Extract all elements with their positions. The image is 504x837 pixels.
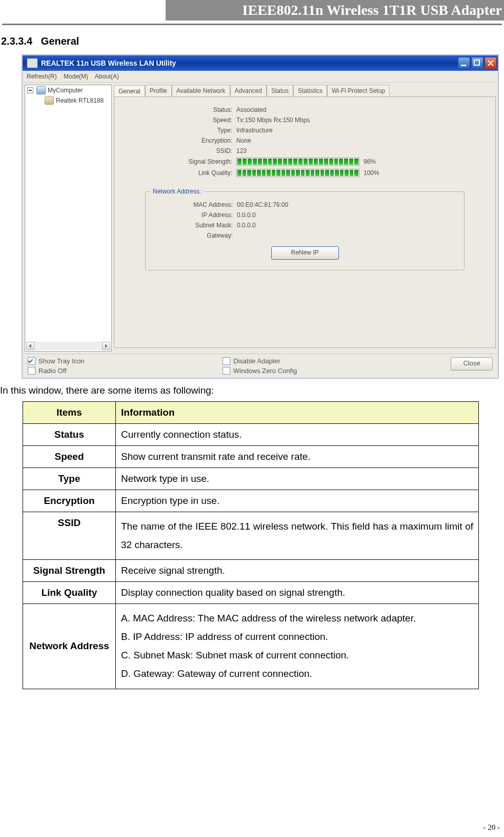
adapter-icon — [45, 96, 54, 105]
chk-show-tray[interactable]: Show Tray Icon — [28, 357, 223, 365]
table-row: SpeedShow current transmit rate and rece… — [23, 446, 479, 468]
value-link-pct: 100% — [364, 169, 379, 177]
info-cell: Receive signal strength. — [116, 560, 479, 582]
tab-statistics[interactable]: Statistics — [293, 85, 327, 96]
item-cell: Signal Strength — [23, 560, 116, 582]
value-ssid: 123 — [236, 147, 247, 154]
tree-root-label: MyComputer — [48, 87, 83, 94]
item-cell: Network Address — [23, 604, 116, 689]
na-line-a: A. MAC Address: The MAC address of the w… — [121, 609, 473, 628]
table-row: Signal StrengthReceive signal strength. — [23, 560, 479, 582]
tab-available-network[interactable]: Available Network — [172, 85, 230, 96]
label-ssid: SSID: — [171, 147, 236, 154]
table-header-row: Items Information — [23, 402, 479, 424]
table-caption: In this window, there are some items as … — [0, 385, 504, 396]
header-rule — [2, 24, 502, 25]
checkbox-icon[interactable] — [223, 357, 230, 365]
info-cell: The name of the IEEE 802.11 wireless net… — [116, 512, 479, 560]
table-row: SSIDThe name of the IEEE 802.11 wireless… — [23, 512, 479, 560]
label-encryption: Encryption: — [171, 137, 236, 144]
app-window: REALTEK 11n USB Wireless LAN Utility Ref… — [22, 54, 499, 379]
scroll-left-icon[interactable] — [26, 342, 34, 350]
value-type: Infrastructure — [236, 127, 273, 134]
maximize-button[interactable] — [471, 57, 483, 69]
tab-advanced[interactable]: Advanced — [230, 85, 267, 96]
close-button[interactable]: Close — [451, 357, 493, 371]
menu-mode[interactable]: Mode(M) — [64, 73, 88, 80]
expander-icon[interactable] — [27, 87, 33, 93]
value-status: Associated — [236, 106, 267, 113]
network-address-group: Network Address: MAC Address:00:E0:4C:81… — [145, 191, 465, 270]
label-mac: MAC Address: — [176, 201, 237, 208]
device-tree[interactable]: MyComputer Realtek RTL8188 — [25, 85, 112, 352]
tab-wifi-protect[interactable]: Wi-Fi Protect Setup — [327, 85, 390, 96]
section-title: General — [41, 35, 79, 47]
checkbox-icon[interactable] — [28, 357, 35, 365]
table-row: Network Address A. MAC Address: The MAC … — [23, 604, 479, 689]
chk-disable-adapter[interactable]: Disable Adapter — [223, 357, 417, 365]
label-signal: Signal Strength: — [171, 158, 236, 165]
tree-adapter[interactable]: Realtek RTL8188 — [25, 95, 111, 106]
tree-root[interactable]: MyComputer — [25, 85, 111, 95]
link-progress — [236, 169, 359, 177]
th-items: Items — [23, 402, 116, 424]
groupbox-title: Network Address: — [151, 188, 203, 195]
titlebar[interactable]: REALTEK 11n USB Wireless LAN Utility — [23, 55, 498, 71]
minimize-button[interactable] — [458, 57, 470, 69]
section-heading: 2.3.3.4 General — [1, 35, 504, 47]
value-ip: 0.0.0.0 — [237, 211, 256, 219]
chk-radio-off[interactable]: Radio Off — [28, 367, 223, 375]
scroll-right-icon[interactable] — [102, 342, 110, 350]
tree-h-scrollbar[interactable] — [26, 342, 110, 350]
tab-strip: General Profile Available Network Advanc… — [114, 85, 496, 96]
na-line-d: D. Gateway: Gateway of current connectio… — [121, 665, 473, 683]
chk-show-tray-label: Show Tray Icon — [38, 357, 85, 365]
checkbox-icon[interactable] — [28, 367, 35, 375]
tree-adapter-label: Realtek RTL8188 — [56, 97, 104, 104]
chk-disable-adapter-label: Disable Adapter — [233, 357, 280, 365]
value-mac: 00:E0:4C:81:76:00 — [237, 201, 288, 208]
na-line-c: C. Subnet Mask: Subnet mask of current c… — [121, 646, 473, 665]
th-information: Information — [116, 402, 479, 424]
label-link: Link Quality: — [171, 169, 236, 177]
label-type: Type: — [171, 127, 236, 134]
na-line-b: B. IP Address: IP address of current con… — [121, 628, 473, 646]
menu-refresh[interactable]: Refresh(R) — [27, 73, 57, 80]
tab-status[interactable]: Status — [267, 85, 293, 96]
value-signal-pct: 96% — [364, 158, 376, 165]
label-ip: IP Address: — [176, 211, 237, 219]
doc-header-title: IEEE802.11n Wireless 1T1R USB Adapter — [166, 0, 504, 21]
info-cell: Encryption type in use. — [116, 490, 479, 512]
items-table: Items Information StatusCurrently connec… — [23, 401, 479, 689]
tab-profile[interactable]: Profile — [145, 85, 172, 96]
label-speed: Speed: — [171, 116, 236, 124]
label-status: Status: — [171, 106, 236, 113]
value-subnet: 0.0.0.0 — [237, 222, 256, 229]
info-cell: A. MAC Address: The MAC address of the w… — [116, 604, 479, 689]
info-cell: Network type in use. — [116, 468, 479, 490]
window-close-button[interactable] — [485, 57, 497, 69]
info-cell: Currently connection status. — [116, 424, 479, 446]
item-cell: Encryption — [23, 490, 116, 512]
general-panel: Status:Associated Speed:Tx:150 Mbps Rx:1… — [114, 96, 496, 348]
table-row: StatusCurrently connection status. — [23, 424, 479, 446]
info-cell: Display connection quality based on sign… — [116, 582, 479, 604]
bottom-bar: Show Tray Icon Radio Off Disable Adapter… — [23, 354, 498, 378]
item-cell: Speed — [23, 446, 116, 468]
renew-ip-button[interactable]: ReNew IP — [271, 246, 339, 260]
chk-wzc-label: Windows Zero Config — [233, 367, 297, 375]
menubar: Refresh(R) Mode(M) About(A) — [23, 71, 498, 83]
scroll-track[interactable] — [34, 342, 102, 350]
chk-wzc[interactable]: Windows Zero Config — [223, 367, 417, 375]
tab-general[interactable]: General — [114, 85, 145, 97]
value-encryption: None — [236, 137, 251, 144]
checkbox-icon[interactable] — [223, 367, 230, 375]
item-cell: Link Quality — [23, 582, 116, 604]
app-icon — [27, 58, 38, 68]
item-cell: Type — [23, 468, 116, 490]
table-row: TypeNetwork type in use. — [23, 468, 479, 490]
menu-about[interactable]: About(A) — [95, 73, 119, 80]
info-cell: Show current transmit rate and receive r… — [116, 446, 479, 468]
item-cell: Status — [23, 424, 116, 446]
value-speed: Tx:150 Mbps Rx:150 Mbps — [236, 116, 310, 124]
